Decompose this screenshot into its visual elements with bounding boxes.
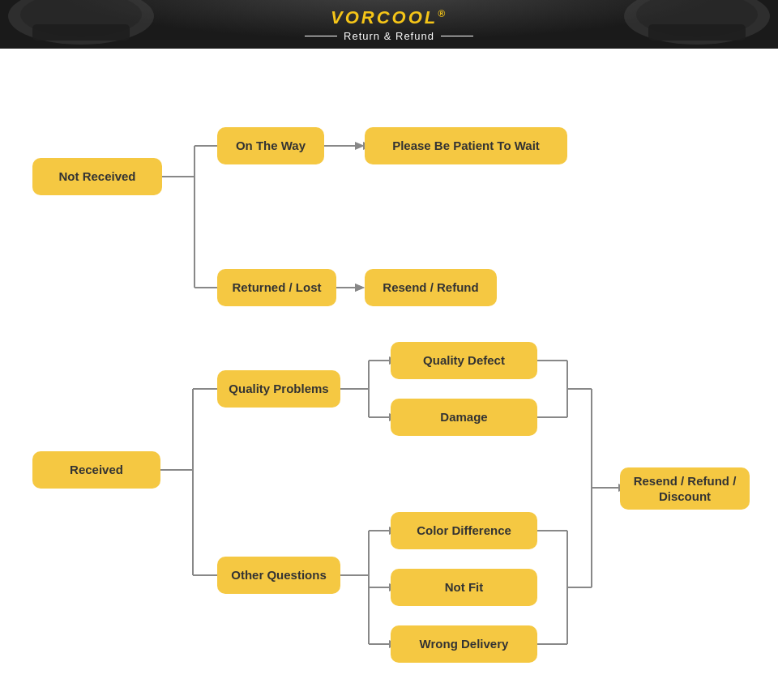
node-other-questions: Other Questions <box>217 557 340 594</box>
main-content: Not Received On The Way Please Be Patien… <box>0 49 778 700</box>
node-damage: Damage <box>391 399 537 436</box>
node-on-the-way: On The Way <box>217 127 324 164</box>
node-please-wait: Please Be Patient To Wait <box>365 127 567 164</box>
node-resend-refund: Resend / Refund <box>365 269 497 306</box>
node-quality-problems: Quality Problems <box>217 370 340 408</box>
node-quality-defect: Quality Defect <box>391 342 537 379</box>
helmet-right-icon <box>616 0 778 49</box>
svg-rect-5 <box>648 24 746 41</box>
registered-mark: ® <box>438 7 447 19</box>
header-center: VORCOOL® Return & Refund <box>305 7 473 42</box>
node-resend-refund-discount: Resend / Refund / Discount <box>620 467 750 510</box>
subtitle-text: Return & Refund <box>344 30 434 42</box>
node-not-received: Not Received <box>32 158 162 195</box>
brand-text: VORCOOL <box>331 7 438 28</box>
page-subtitle: Return & Refund <box>305 30 473 42</box>
svg-marker-44 <box>355 284 365 292</box>
node-not-fit: Not Fit <box>391 569 537 606</box>
header: VORCOOL® Return & Refund <box>0 0 778 49</box>
helmet-left-icon <box>0 0 162 49</box>
svg-rect-2 <box>32 24 130 41</box>
brand-logo: VORCOOL® <box>331 7 447 28</box>
node-color-difference: Color Difference <box>391 512 537 549</box>
flowchart: Not Received On The Way Please Be Patien… <box>16 73 762 700</box>
node-received: Received <box>32 451 160 489</box>
node-returned-lost: Returned / Lost <box>217 269 336 306</box>
node-wrong-delivery: Wrong Delivery <box>391 625 537 663</box>
